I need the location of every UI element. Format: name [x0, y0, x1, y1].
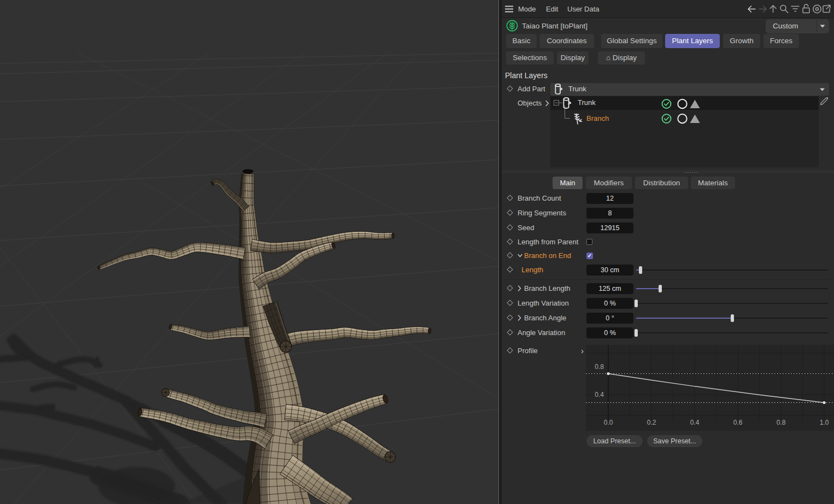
svg-text:0.8: 0.8	[595, 363, 604, 371]
svg-text:0.4: 0.4	[690, 419, 700, 426]
svg-text:1.0: 1.0	[820, 419, 829, 426]
svg-text:0.8: 0.8	[777, 419, 786, 426]
svg-text:0.0: 0.0	[604, 419, 613, 426]
svg-text:0.2: 0.2	[647, 419, 656, 426]
svg-text:0.6: 0.6	[733, 419, 743, 426]
svg-text:0.4: 0.4	[595, 391, 604, 398]
